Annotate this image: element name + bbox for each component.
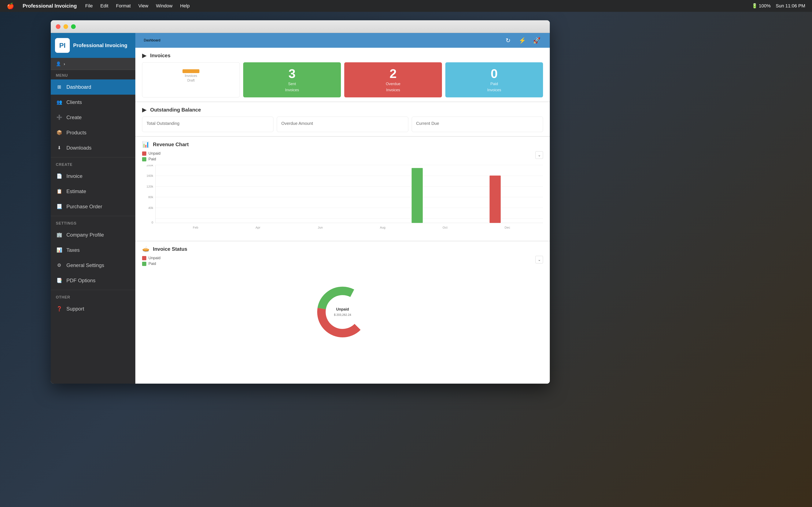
menu-file[interactable]: File: [85, 3, 93, 9]
pie-icon: 🥧: [142, 245, 150, 252]
user-icon: 👤: [56, 61, 61, 66]
lightning-button[interactable]: ⚡: [518, 36, 527, 45]
sidebar-item-company-profile-label: Company Profile: [66, 232, 104, 238]
stat-overdue-sublabel: Invoices: [349, 88, 438, 92]
app-content: PI Professional Invoicing 👤 › Menu ⊞ Das…: [51, 33, 550, 384]
menu-view[interactable]: View: [138, 3, 148, 9]
dashboard-icon: ⊞: [56, 83, 63, 91]
chart-section-title: Revenue Chart: [153, 142, 189, 148]
stat-overdue-value: 2: [349, 67, 438, 80]
outstanding-row: Total Outstanding Overdue Amount Current…: [142, 117, 543, 132]
pie-section-title: Invoice Status: [153, 246, 187, 252]
pie-section-header: 🥧 Invoice Status: [142, 245, 543, 252]
outstanding-section: ▶ Outstanding Balance Total Outstanding …: [135, 102, 550, 137]
company-profile-icon: 🏢: [56, 231, 63, 238]
svg-rect-14: [412, 168, 423, 223]
pie-legend-dot-paid: [142, 262, 146, 266]
maximize-button[interactable]: [71, 24, 76, 29]
sidebar-item-company-profile[interactable]: 🏢 Company Profile: [51, 227, 135, 242]
legend-label-unpaid: Unpaid: [148, 151, 160, 156]
clients-icon: 👥: [56, 99, 63, 106]
menubar-right: 🔋 100% Sun 11:06 PM: [752, 3, 805, 9]
svg-text:40k: 40k: [148, 206, 153, 210]
svg-text:$ 203,262.24: $ 203,262.24: [334, 313, 351, 317]
logo-icon: PI: [55, 38, 70, 53]
dashboard-header: Dashboard ↻ ⚡ 🚀: [135, 33, 550, 48]
pdf-options-icon: 📑: [56, 277, 63, 284]
legend-item-paid: Paid: [142, 157, 160, 161]
legend-dot-unpaid: [142, 152, 146, 156]
invoices-nav-icon[interactable]: ▶: [142, 52, 147, 59]
apple-menu[interactable]: 🍎: [7, 3, 14, 9]
pie-legend: Unpaid Paid: [142, 256, 160, 266]
sidebar-item-estimate[interactable]: 📋 Estimate: [51, 184, 135, 199]
main-area: Dashboard ↻ ⚡ 🚀 ▶ Invoices Invoices: [135, 33, 550, 384]
invoices-section: ▶ Invoices Invoices Draft 3 Sent Invoice…: [135, 48, 550, 102]
minimize-button[interactable]: [63, 24, 68, 29]
svg-text:0: 0: [151, 221, 153, 224]
sidebar-item-downloads-label: Downloads: [66, 145, 92, 151]
refresh-button[interactable]: ↻: [503, 36, 513, 45]
sidebar-item-create[interactable]: ➕ Create: [51, 110, 135, 125]
stat-draft-sublabel: Invoices: [147, 74, 235, 78]
legend-label-paid: Paid: [148, 157, 156, 161]
chart-section: 📊 Revenue Chart Unpaid Paid: [135, 137, 550, 241]
stat-card-paid: 0 Paid Invoices: [445, 62, 543, 97]
svg-text:80k: 80k: [148, 195, 153, 199]
chart-controls: ⌄: [536, 151, 543, 159]
stat-overdue-label: Overdue: [349, 82, 438, 86]
donut-chart: Unpaid $ 203,262.24: [313, 282, 372, 342]
menu-format[interactable]: Format: [116, 3, 131, 9]
sidebar: PI Professional Invoicing 👤 › Menu ⊞ Das…: [51, 33, 135, 384]
chart-year-selector[interactable]: ⌄: [536, 151, 543, 159]
sidebar-item-clients-label: Clients: [66, 99, 82, 105]
outstanding-nav-icon[interactable]: ▶: [142, 106, 147, 113]
sidebar-item-support[interactable]: ❓ Support: [51, 301, 135, 317]
svg-text:Unpaid: Unpaid: [336, 307, 349, 312]
sidebar-user[interactable]: 👤 ›: [51, 58, 135, 70]
stat-card-draft: Invoices Draft: [142, 62, 240, 97]
sidebar-item-general-settings-label: General Settings: [66, 262, 104, 268]
invoices-section-title: Invoices: [150, 53, 170, 59]
menu-help[interactable]: Help: [180, 3, 190, 9]
stat-sent-sublabel: Invoices: [247, 88, 337, 92]
sidebar-item-products[interactable]: 📦 Products: [51, 125, 135, 140]
sidebar-item-downloads[interactable]: ⬇ Downloads: [51, 140, 135, 156]
svg-point-24: [326, 296, 359, 328]
svg-text:Apr: Apr: [255, 226, 260, 229]
sidebar-item-pdf-options[interactable]: 📑 PDF Options: [51, 273, 135, 288]
sidebar-item-general-settings[interactable]: ⚙ General Settings: [51, 258, 135, 273]
svg-text:200k: 200k: [147, 165, 154, 167]
stats-row: Invoices Draft 3 Sent Invoices 2 Overdue…: [142, 62, 543, 97]
legend-item-unpaid: Unpaid: [142, 151, 160, 156]
sidebar-item-pdf-options-label: PDF Options: [66, 278, 95, 283]
svg-text:Oct: Oct: [443, 226, 448, 229]
time-display: Sun 11:06 PM: [776, 3, 805, 9]
chart-section-header: 📊 Revenue Chart: [142, 141, 543, 148]
app-name: Professional Invoicing: [22, 3, 77, 9]
close-button[interactable]: [56, 24, 60, 29]
outstanding-card-current: Current Due: [412, 117, 543, 132]
chart-icon: 📊: [142, 141, 150, 148]
outstanding-section-header: ▶ Outstanding Balance: [142, 106, 543, 113]
sidebar-item-invoice[interactable]: 📄 Invoice: [51, 169, 135, 184]
invoices-section-header: ▶ Invoices: [142, 52, 543, 59]
logo-text: Professional Invoicing: [73, 42, 127, 49]
stat-card-sent: 3 Sent Invoices: [243, 62, 341, 97]
pie-legend-label-unpaid: Unpaid: [148, 256, 160, 260]
pie-year-selector[interactable]: ⌄: [536, 256, 543, 264]
sidebar-item-purchase-order[interactable]: 📃 Purchase Order: [51, 199, 135, 214]
outstanding-total-label: Total Outstanding: [147, 121, 269, 126]
window-controls: [56, 24, 76, 29]
menu-window[interactable]: Window: [156, 3, 172, 9]
sidebar-logo: PI Professional Invoicing: [51, 33, 135, 58]
bar-chart-svg: 200k 160k 120k 80k 40k 0 Feb Apr Jun: [142, 165, 543, 237]
sidebar-item-dashboard[interactable]: ⊞ Dashboard: [51, 79, 135, 95]
svg-text:Feb: Feb: [193, 226, 198, 229]
menu-edit[interactable]: Edit: [100, 3, 108, 9]
rocket-button[interactable]: 🚀: [532, 36, 541, 45]
pie-legend-item-unpaid: Unpaid: [142, 256, 160, 260]
sidebar-item-clients[interactable]: 👥 Clients: [51, 95, 135, 110]
sidebar-item-taxes[interactable]: 📊 Taxes: [51, 242, 135, 258]
stat-draft-label: Draft: [147, 78, 235, 82]
